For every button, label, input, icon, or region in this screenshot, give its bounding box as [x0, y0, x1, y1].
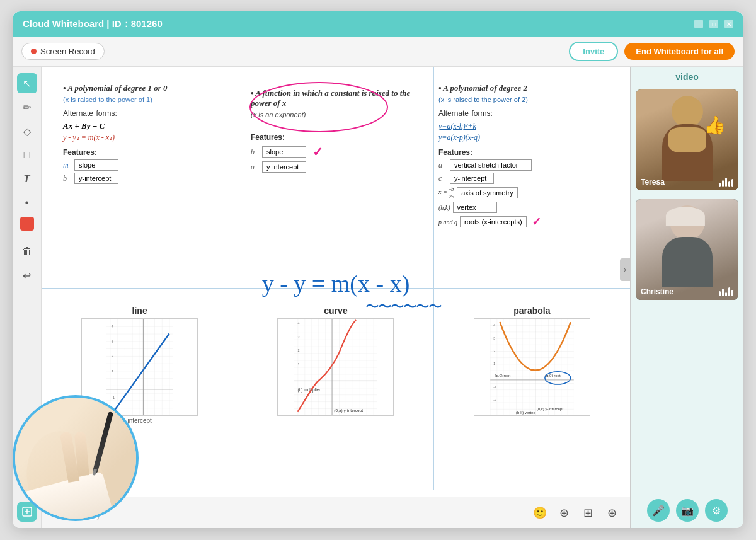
- teresa-avatar: 👍: [636, 89, 738, 190]
- camera-button[interactable]: 📷: [676, 499, 699, 522]
- window-title: Cloud Whiteboard | ID：801260: [23, 18, 694, 30]
- video-panel-label: video: [631, 67, 743, 87]
- invite-button[interactable]: Invite: [569, 42, 618, 61]
- panel-expand-arrow[interactable]: ›: [620, 258, 630, 281]
- col3-title: • A polynomial of degree 2: [438, 83, 609, 93]
- col1-forms-label: forms:: [96, 109, 117, 118]
- hand-overlay-circle: [13, 395, 139, 521]
- col1-var-b: b: [63, 174, 72, 183]
- title-bar: Cloud Whiteboard | ID：801260 — □ ✕: [13, 11, 743, 37]
- svg-text:1: 1: [493, 362, 495, 365]
- svg-text:4: 4: [298, 321, 300, 325]
- col3-box-vsf: vertical stretch factor: [450, 159, 532, 171]
- svg-rect-20: [490, 319, 574, 415]
- svg-text:3: 3: [493, 336, 495, 340]
- pen-tool[interactable]: ✏: [17, 97, 37, 117]
- svg-text:2: 2: [493, 349, 495, 353]
- col2-box-yint: y-intercept: [262, 161, 306, 173]
- svg-text:4: 4: [493, 323, 495, 327]
- emoji-tool[interactable]: 🙂: [530, 503, 549, 522]
- curve-graph-svg: 4 3 2 1 (0,a) y-intercept (b) multiplier: [277, 318, 394, 416]
- col3-feature-2: c y-intercept: [438, 173, 609, 184]
- end-whiteboard-button[interactable]: End Whiteboard for all: [624, 43, 735, 60]
- undo-tool[interactable]: ↩: [17, 265, 37, 285]
- checkmark-1: ✓: [312, 144, 323, 159]
- record-button[interactable]: Screen Record: [21, 43, 105, 60]
- col3-form1: y=a(x-h)²+k: [438, 122, 476, 130]
- col2-subtitle: (x is an exponent): [251, 111, 421, 118]
- col3-features: Features: a vertical stretch factor c y-…: [438, 146, 609, 229]
- mic-button[interactable]: 🎤: [647, 499, 670, 522]
- col3-features-label: Features:: [438, 148, 472, 157]
- col2-features: Features: b slope ✓ a y-intercept: [251, 131, 421, 173]
- hand-inner: [15, 398, 136, 519]
- column-exponential: • A function in which a constant is rais…: [242, 77, 430, 275]
- layout-tool[interactable]: ⊞: [578, 503, 597, 522]
- parabola-graph-svg: 4 3 2 1 -1 -2 (p,0) root (q,0) root: [474, 318, 590, 416]
- top-toolbar: Screen Record Invite End Whiteboard for …: [13, 37, 743, 67]
- col3-alt-forms: Alternate forms: y=a(x-h)²+k y=a(x-p)(x-…: [438, 107, 609, 142]
- graph-parabola-title: parabola: [513, 306, 550, 316]
- col3-var-hk: (h,k): [438, 204, 450, 211]
- svg-text:3: 3: [298, 335, 300, 338]
- toolbar-separator: [18, 236, 36, 236]
- svg-text:-2: -2: [493, 398, 496, 401]
- row-divider: [42, 288, 630, 289]
- col3-feature-4: (h,k) vertex: [438, 202, 609, 213]
- participant-teresa: 👍 Teresa: [636, 89, 738, 190]
- rectangle-tool[interactable]: □: [17, 145, 37, 165]
- zoom-in-tool[interactable]: ⊕: [554, 503, 573, 522]
- maximize-button[interactable]: □: [709, 20, 718, 28]
- video-controls: 🎤 📷 ⚙: [631, 493, 743, 528]
- col1-feature-2: b y-intercept: [63, 173, 233, 184]
- cursor-tool[interactable]: ↖: [17, 73, 37, 93]
- graph-parabola: parabola: [434, 303, 630, 497]
- grid-tool[interactable]: ⋯: [17, 289, 37, 309]
- col3-feature-1: a vertical stretch factor: [438, 159, 609, 171]
- col1-alt-label: Alternate: [63, 109, 93, 118]
- svg-text:(b) multiplier: (b) multiplier: [298, 387, 321, 392]
- dot-tool[interactable]: •: [17, 193, 37, 213]
- col1-form1: Ax + By = C: [63, 121, 105, 130]
- minimize-button[interactable]: —: [694, 20, 703, 28]
- checkmark-2: ✓: [532, 215, 541, 229]
- col1-title: • A polynomial of degree 1 or 0: [63, 83, 233, 93]
- svg-text:(q,0) root: (q,0) root: [545, 372, 561, 377]
- col3-box-aos: axis of symmetry: [457, 187, 518, 198]
- col1-feature-1: m slope: [63, 159, 233, 171]
- col3-box-roots: roots (x-intercepts): [460, 216, 527, 227]
- col1-alt-forms: Alternate forms: Ax + By = C y - y₁ = m(…: [63, 107, 233, 142]
- col3-var-pq: p and q: [438, 219, 457, 226]
- col3-box-yint: y-intercept: [450, 173, 494, 184]
- col2-box-slope: slope: [262, 146, 306, 158]
- color-swatch[interactable]: [20, 217, 34, 231]
- svg-text:1: 1: [298, 362, 300, 366]
- col3-subtitle: (x is raised to the power of 2): [438, 96, 609, 103]
- col3-feature-3: x = -b 2a axis of symmetry: [438, 186, 609, 200]
- col2-title: • A function in which a constant is rais…: [251, 88, 421, 108]
- graph-line-title: line: [132, 306, 147, 316]
- col3-var-a: a: [438, 161, 447, 170]
- svg-text:(h,k) vertex: (h,k) vertex: [516, 410, 536, 415]
- col1-features-label: Features:: [63, 148, 97, 157]
- col1-box-yint: y-intercept: [74, 173, 118, 184]
- col2-features-label: Features:: [251, 133, 285, 142]
- delete-tool[interactable]: 🗑: [17, 241, 37, 261]
- window-controls: — □ ✕: [694, 20, 733, 28]
- text-tool[interactable]: T: [17, 169, 37, 189]
- christine-audio-bars: [719, 287, 733, 296]
- christine-name: Christine: [641, 287, 673, 296]
- col3-var-xeq: x = -b 2a: [438, 186, 454, 200]
- right-video-panel: video 👍 Teresa: [630, 67, 743, 528]
- add-tool[interactable]: ⊕: [602, 503, 621, 522]
- col2-var-a: a: [251, 163, 260, 172]
- participant-christine: ⋯ Christine: [636, 199, 738, 300]
- eraser-tool[interactable]: ◇: [17, 121, 37, 141]
- record-label: Screen Record: [40, 47, 95, 56]
- col3-alt-label: Alternate: [438, 109, 469, 118]
- graph-curve: curve: [238, 303, 433, 497]
- whiteboard-top-section: • A polynomial of degree 1 or 0 (x is ra…: [54, 77, 617, 275]
- col2-feature-1: b slope ✓: [251, 144, 421, 159]
- close-button[interactable]: ✕: [724, 20, 733, 28]
- settings-button[interactable]: ⚙: [705, 499, 728, 522]
